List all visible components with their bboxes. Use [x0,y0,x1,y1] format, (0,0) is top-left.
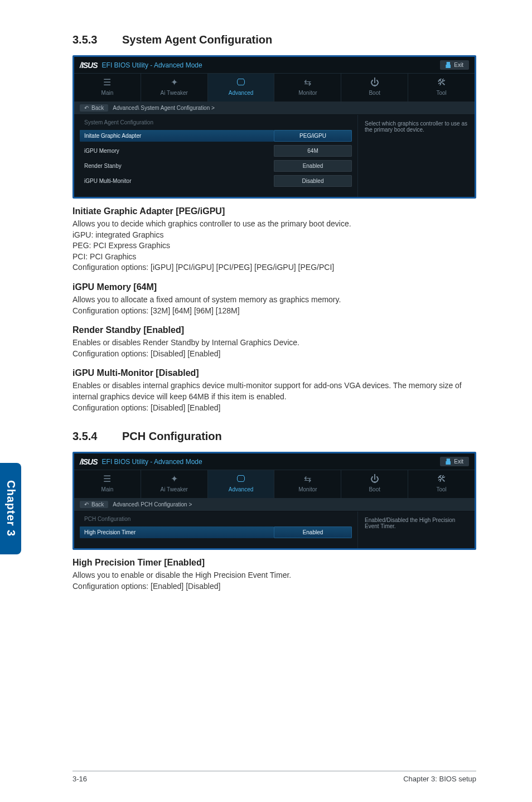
footer-chapter: Chapter 3: BIOS setup [403,775,476,783]
tab-label: Advanced [229,90,253,96]
tab-tool[interactable]: 🛠 Tool [408,470,475,498]
row-igpu-multi-monitor[interactable]: iGPU Multi-Monitor Disabled [84,175,352,187]
exit-button[interactable]: Exit [440,457,469,466]
page-footer: 3-16 Chapter 3: BIOS setup [72,771,476,783]
page-number: 3-16 [72,775,87,783]
row-value[interactable]: 64M [274,145,352,157]
tab-label: Ai Tweaker [161,486,188,492]
tab-tool[interactable]: 🛠 Tool [408,73,475,102]
tab-label: Boot [369,486,380,492]
tab-advanced[interactable]: 🖵 Advanced [208,73,275,102]
back-label: Back [91,105,104,111]
tab-label: Main [101,90,114,96]
tweaker-icon: ✦ [171,475,178,484]
list-icon: ☰ [103,78,111,87]
back-label: Back [91,501,104,508]
arrow-left-icon: ↶ [84,501,89,508]
body-text: Enables or disables internal graphics de… [72,380,476,413]
tab-advanced[interactable]: 🖵 Advanced [208,470,275,498]
sub-heading: iGPU Memory [64M] [72,282,476,292]
sub-heading: High Precision Timer [Enabled] [72,558,476,568]
breadcrumb: ↶ Back Advanced\ System Agent Configurat… [74,102,475,115]
section-number: 3.5.4 [72,430,97,443]
tab-label: Boot [369,90,380,96]
asus-logo: /ISUS [80,61,98,70]
row-label: Render Stanby [84,161,274,171]
body-text: Allows you to enable or disable the High… [72,570,476,592]
bios-screenshot-pch: /ISUS EFI BIOS Utility - Advanced Mode E… [72,452,476,550]
advanced-icon: 🖵 [236,475,245,484]
asus-logo: /ISUS [80,457,98,466]
body-text: Enables or disables Render Standby by In… [72,337,476,359]
row-high-precision-timer[interactable]: High Precision Timer Enabled [84,526,352,538]
list-icon: ☰ [103,475,111,484]
tab-monitor[interactable]: ⇆ Monitor [274,470,341,498]
row-value[interactable]: Disabled [274,175,352,187]
breadcrumb: ↶ Back Advanced\ PCH Configuration > [74,498,475,511]
advanced-icon: 🖵 [236,78,245,87]
row-label: iGPU Multi-Monitor [84,176,274,186]
tab-ai-tweaker[interactable]: ✦ Ai Tweaker [141,470,208,498]
bios-screenshot-system-agent: /ISUS EFI BIOS Utility - Advanced Mode E… [72,55,476,199]
monitor-icon: ⇆ [304,475,311,484]
back-button[interactable]: ↶ Back [80,104,108,112]
tab-main[interactable]: ☰ Main [74,73,141,102]
section-title: PCH Configuration [122,430,222,443]
help-text: Select which graphics controller to use … [365,120,467,133]
tab-label: Monitor [298,486,317,492]
tab-label: Tool [436,90,446,96]
help-panel: Enabled/Disabled the High Precision Even… [357,511,475,548]
row-render-standby[interactable]: Render Stanby Enabled [84,160,352,172]
row-label: iGPU Memory [84,146,274,156]
section-title: System Agent Configuration [122,33,272,46]
tweaker-icon: ✦ [171,78,178,87]
bios-mode-label: EFI BIOS Utility - Advanced Mode [102,61,202,69]
tab-label: Advanced [229,486,253,492]
tab-label: Monitor [298,90,317,96]
tab-boot[interactable]: ⏻ Boot [341,470,408,498]
bios-mode-label: EFI BIOS Utility - Advanced Mode [102,458,202,466]
power-icon: ⏻ [370,78,379,87]
row-label: High Precision Timer [80,526,274,538]
sub-heading: Render Standby [Enabled] [72,325,476,335]
help-text: Enabled/Disabled the High Precision Even… [365,517,455,529]
back-button[interactable]: ↶ Back [80,501,108,508]
chapter-side-tab: Chapter 3 [0,463,21,554]
tool-icon: 🛠 [437,78,446,87]
section-353-heading: 3.5.3 System Agent Configuration [72,33,476,46]
body-text: Allows you to decide which graphics cont… [72,219,476,273]
sub-heading: Initiate Graphic Adapter [PEG/iGPU] [72,206,476,216]
tab-monitor[interactable]: ⇆ Monitor [274,73,341,102]
row-label: Initate Graphic Adapter [80,130,274,142]
config-title: PCH Configuration [84,516,352,522]
row-initate-graphic-adapter[interactable]: Initate Graphic Adapter PEG/iGPU [84,130,352,142]
tab-label: Tool [436,486,446,492]
row-value[interactable]: Enabled [274,526,352,538]
monitor-icon: ⇆ [304,78,311,87]
tab-main[interactable]: ☰ Main [74,470,141,498]
config-title: System Agent Configuration [84,119,352,125]
tab-boot[interactable]: ⏻ Boot [341,73,408,102]
tab-label: Ai Tweaker [161,90,188,96]
row-igpu-memory[interactable]: iGPU Memory 64M [84,145,352,157]
row-value[interactable]: Enabled [274,160,352,172]
breadcrumb-path: Advanced\ PCH Configuration > [113,501,192,508]
exit-button[interactable]: Exit [440,60,469,70]
help-panel: Select which graphics controller to use … [357,115,475,197]
breadcrumb-path: Advanced\ System Agent Configuration > [113,105,215,111]
body-text: Allows you to allocate a fixed amount of… [72,294,476,316]
exit-label: Exit [454,458,463,465]
tab-label: Main [101,486,114,492]
power-icon: ⏻ [370,475,379,484]
row-value[interactable]: PEG/iGPU [274,130,352,142]
section-number: 3.5.3 [72,33,97,46]
arrow-left-icon: ↶ [84,105,89,111]
tool-icon: 🛠 [437,475,446,484]
section-354-heading: 3.5.4 PCH Configuration [72,430,476,443]
tab-ai-tweaker[interactable]: ✦ Ai Tweaker [141,73,208,102]
exit-label: Exit [454,62,463,68]
sub-heading: iGPU Multi-Monitor [Disabled] [72,368,476,378]
